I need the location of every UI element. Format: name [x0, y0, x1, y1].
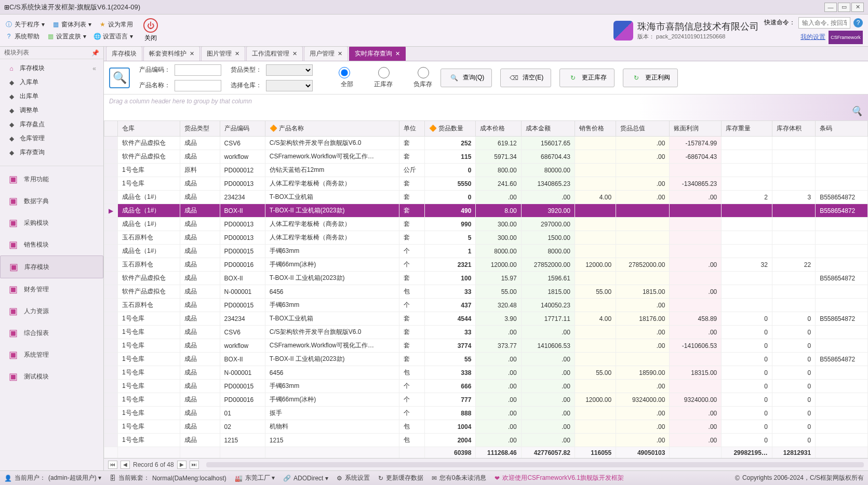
sb-factory[interactable]: 🏭东莞工厂 ▾ [235, 474, 275, 482]
pager-last[interactable]: ⏭ [190, 461, 199, 469]
tree-item[interactable]: ◆入库单 [0, 75, 103, 89]
table-row[interactable]: 1号仓库成品N-0000016456包338.00.0055.0018590.0… [104, 366, 868, 380]
my-settings-link[interactable]: 我的设置 [800, 33, 825, 42]
sb-cache[interactable]: ↻更新缓存数据 [378, 474, 423, 482]
nav-item[interactable]: ▣系统管理 [0, 344, 103, 366]
table-row[interactable]: 1号仓库成品CSV6C/S架构软件开发平台旗舰版V6.0套33.00.00.00… [104, 326, 868, 339]
tab[interactable]: 库存模块 [106, 47, 142, 61]
data-grid[interactable]: 仓库货品类型产品编码🔶 产品名称单位🔶 货品数量成本价格成本金额销售价格货品总值… [104, 120, 868, 458]
sb-user[interactable]: 👤当前用户：(admin-超级用户) ▾ [4, 474, 101, 482]
nav-item[interactable]: ▣采购模块 [0, 212, 103, 234]
clear-button[interactable]: ⌫清空(E) [500, 69, 551, 87]
col-header[interactable]: 销售价格 [575, 121, 616, 137]
radio-neg[interactable]: 负库存 [400, 67, 432, 89]
tab[interactable]: 帐套资料维护✕ [143, 47, 200, 61]
sb-sys[interactable]: ⚙系统设置 [337, 474, 370, 482]
nav-item[interactable]: ▣财务管理 [0, 278, 103, 300]
nav-item[interactable]: ▣测试模块 [0, 366, 103, 387]
nav-item[interactable]: ▣综合报表 [0, 322, 103, 344]
table-row[interactable]: 1号仓库成品BOX-IIT-BOX-II 工业机箱(2023款)套55.00.0… [104, 353, 868, 366]
update-profit-button[interactable]: ↻更正利阀 [623, 69, 678, 87]
update-stock-button[interactable]: ↻更正库存 [559, 69, 615, 87]
tree-item[interactable]: ◆调整单 [0, 103, 103, 117]
table-row[interactable]: 成品仓（1#）成品PD000013人体工程学老板椅（商务款）套990300.00… [104, 218, 868, 231]
table-row[interactable]: 1号仓库成品PD000013人体工程学老板椅（商务款）套5550241.6013… [104, 177, 868, 191]
restore-button[interactable]: ▭ [838, 3, 850, 12]
nav-item[interactable]: ▣人力资源 [0, 300, 103, 322]
tree-item[interactable]: ◆库存查询 [0, 145, 103, 159]
col-header[interactable]: 产品编码 [220, 121, 265, 137]
table-row[interactable]: 软件产品虚拟仓成品CSV6C/S架构软件开发平台旗舰版V6.0套252619.1… [104, 137, 868, 150]
windows-button[interactable]: ▦窗体列表▾ [52, 20, 91, 29]
table-row[interactable]: 玉石原料仓成品PD000016手镯66mm(冰种)个232112000.0027… [104, 258, 868, 272]
pager-prev[interactable]: ◀ [121, 461, 130, 469]
tab-close-icon[interactable]: ✕ [190, 50, 194, 57]
quick-cmd-input[interactable] [798, 17, 850, 29]
col-header[interactable]: 仓库 [118, 121, 180, 137]
tab-close-icon[interactable]: ✕ [338, 50, 342, 57]
table-row[interactable]: ▶成品仓（1#）成品BOX-IIT-BOX-II 工业机箱(2023款)套490… [104, 204, 868, 218]
radio-all[interactable]: 全部 [321, 67, 353, 89]
col-header[interactable]: 🔶 货品数量 [424, 121, 476, 137]
col-header[interactable]: 成本金额 [521, 121, 575, 137]
goods-type-select[interactable] [266, 64, 313, 76]
tree-item[interactable]: ⌂库存模块« [0, 61, 103, 75]
grid-search-icon[interactable]: 🔍 [850, 105, 863, 117]
nav-item[interactable]: ▣销售模块 [0, 234, 103, 255]
tab[interactable]: 图片管理✕ [201, 47, 245, 61]
tree-item[interactable]: ◆出库单 [0, 89, 103, 103]
pager-scrollbar[interactable] [206, 462, 864, 467]
table-row[interactable]: 1号仓库成品workflowCSFramework.Workflow可视化工作…… [104, 339, 868, 353]
help-icon[interactable]: ? [853, 18, 863, 28]
col-header[interactable]: 账面利润 [670, 121, 722, 137]
nav-item[interactable]: ▣数据字典 [0, 190, 103, 212]
lang-button[interactable]: 🌐设置语言▾ [94, 32, 133, 41]
product-code-input[interactable] [175, 64, 221, 76]
table-row[interactable]: 玉石原料仓成品PD000015手镯63mm个437320.48140050.23… [104, 299, 868, 312]
col-header[interactable]: 货品总值 [616, 121, 670, 137]
col-header[interactable]: 单位 [399, 121, 425, 137]
product-name-input[interactable] [175, 80, 221, 91]
table-row[interactable]: 软件产品虚拟仓成品workflowCSFramework.Workflow可视化… [104, 150, 868, 164]
table-row[interactable]: 1号仓库成品PD000015手镯63mm个666.00.00.0000 [104, 380, 868, 393]
table-row[interactable]: 1号仓库成品02机物料包1004.00.00.00.0000 [104, 420, 868, 434]
tab-close-icon[interactable]: ✕ [292, 50, 297, 57]
nav-item[interactable]: ▣常用功能 [0, 168, 103, 190]
table-row[interactable]: 1号仓库成品01扳手个888.00.00.00.0000 [104, 407, 868, 420]
pin-icon[interactable]: 📌 [91, 49, 99, 57]
set-common-button[interactable]: ★设为常用 [99, 20, 133, 29]
col-header[interactable]: 货品类型 [180, 121, 220, 137]
table-row[interactable]: 1号仓库原料PD000012仿钻天蓝锆石12mm公斤0800.0080000.0… [104, 164, 868, 177]
col-header[interactable]: 库存重量 [722, 121, 772, 137]
tab-close-icon[interactable]: ✕ [235, 50, 239, 57]
query-button[interactable]: 🔍查询(Q) [440, 69, 492, 87]
table-row[interactable]: 1号仓库成品234234T-BOX工业机箱套45443.9017717.114.… [104, 312, 868, 326]
tree-item[interactable]: ◆仓库管理 [0, 131, 103, 145]
sb-msg[interactable]: ✉您有0条未读消息 [432, 474, 487, 482]
skin-button[interactable]: ▦设置皮肤▾ [47, 32, 86, 41]
radio-pos[interactable]: 正库存 [360, 67, 393, 89]
col-header[interactable]: 成本价格 [476, 121, 521, 137]
close-button[interactable]: ⏻ 关闭 [143, 18, 158, 43]
table-row[interactable]: 1号仓库成品12151215包2004.00.00.00.0000 [104, 434, 868, 447]
table-row[interactable]: 玉石原料仓成品PD000013人体工程学老板椅（商务款）套5300.001500… [104, 231, 868, 245]
close-window-button[interactable]: ✕ [851, 3, 864, 12]
table-row[interactable]: 成品仓（1#）成品234234T-BOX工业机箱套0.00.004.00.00.… [104, 191, 868, 204]
minimize-button[interactable]: — [824, 3, 837, 12]
tab[interactable]: 实时库存查询✕ [349, 47, 406, 61]
col-header[interactable]: 条码 [816, 121, 868, 137]
table-row[interactable]: 1号仓库成品PD000016手镯66mm(冰种)个777.00.0012000.… [104, 393, 868, 407]
help-button[interactable]: ?系统帮助 [5, 32, 39, 41]
about-button[interactable]: ⓘ关于程序▾ [5, 20, 45, 29]
tab[interactable]: 用户管理✕ [304, 47, 348, 61]
col-header[interactable]: 库存体积 [772, 121, 815, 137]
pager-next[interactable]: ▶ [177, 461, 186, 469]
tab-close-icon[interactable]: ✕ [395, 50, 400, 57]
tab[interactable]: 工作流程管理✕ [246, 47, 303, 61]
table-row[interactable]: 软件产品虚拟仓成品BOX-IIT-BOX-II 工业机箱(2023款)套1001… [104, 272, 868, 285]
tree-item[interactable]: ◆库存盘点 [0, 117, 103, 131]
choose-wh-select[interactable] [266, 80, 313, 91]
nav-item[interactable]: ▣库存模块 [0, 255, 103, 278]
pager-first[interactable]: ⏮ [108, 461, 117, 469]
sb-ado[interactable]: 🔗ADODirect ▾ [283, 475, 328, 482]
